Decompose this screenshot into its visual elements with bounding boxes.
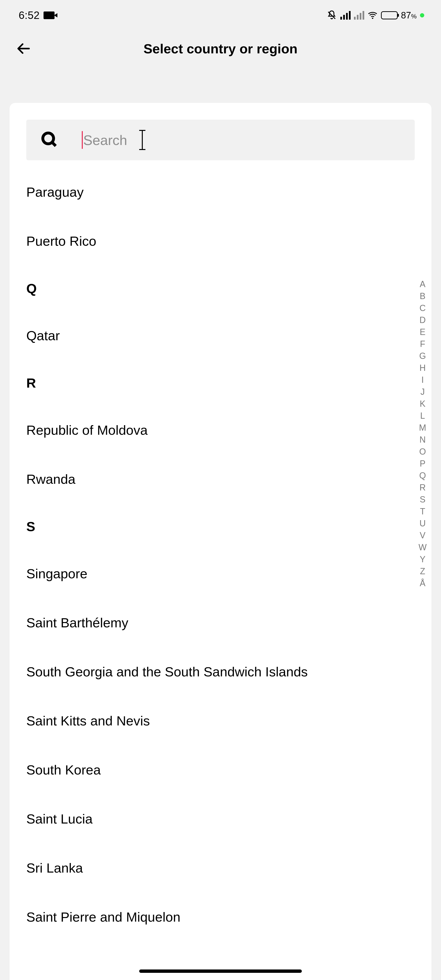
country-item[interactable]: Qatar (26, 311, 403, 360)
bell-mute-icon (327, 10, 337, 21)
search-input[interactable]: Search (26, 119, 415, 160)
battery-percentage: 87% (401, 10, 417, 21)
signal-strength-1-icon (340, 11, 351, 20)
index-letter[interactable]: A (420, 280, 425, 288)
section-header: R (26, 360, 403, 406)
country-item[interactable]: Sri Lanka (26, 843, 403, 892)
status-bar: 6:52 87% (0, 0, 441, 30)
index-letter[interactable]: Z (420, 567, 425, 576)
country-item[interactable]: Puerto Rico (26, 216, 403, 266)
country-item[interactable]: Saint Lucia (26, 794, 403, 843)
content-card: Search ParaguayPuerto RicoQQatarRRepubli… (10, 103, 431, 980)
index-letter[interactable]: H (419, 364, 426, 372)
home-indicator[interactable] (139, 969, 302, 973)
signal-strength-2-icon (354, 11, 364, 20)
battery-icon (381, 11, 398, 19)
index-letter[interactable]: U (419, 519, 426, 528)
index-letter[interactable]: B (420, 292, 425, 301)
country-item[interactable]: Saint Kitts and Nevis (26, 696, 403, 745)
index-letter[interactable]: R (419, 483, 426, 492)
video-record-icon (43, 11, 54, 19)
index-letter[interactable]: F (420, 340, 425, 348)
index-letter[interactable]: G (419, 352, 426, 360)
index-letter[interactable]: W (419, 543, 427, 552)
status-time: 6:52 (19, 10, 40, 21)
index-letter[interactable]: C (419, 304, 426, 312)
country-item[interactable]: South Georgia and the South Sandwich Isl… (26, 647, 403, 696)
index-letter[interactable]: O (419, 447, 426, 456)
index-letter[interactable]: Q (419, 471, 426, 480)
index-letter[interactable]: D (419, 316, 426, 325)
country-item[interactable]: South Korea (26, 745, 403, 794)
arrow-left-icon (16, 41, 32, 56)
svg-point-1 (372, 18, 373, 19)
status-right: 87% (327, 10, 424, 21)
search-placeholder: Search (83, 132, 127, 148)
index-letter[interactable]: Y (420, 555, 425, 564)
index-letter[interactable]: P (420, 460, 425, 468)
country-item[interactable]: Paraguay (26, 167, 403, 216)
country-item[interactable]: Singapore (26, 549, 403, 598)
wifi-icon (368, 10, 378, 20)
index-letter[interactable]: J (420, 388, 425, 396)
country-list[interactable]: ParaguayPuerto RicoQQatarRRepublic of Mo… (10, 167, 431, 942)
back-button[interactable] (14, 39, 33, 58)
index-letter[interactable]: I (421, 375, 424, 384)
country-item[interactable]: Republic of Moldova (26, 406, 403, 455)
country-item[interactable]: Saint Barthélemy (26, 598, 403, 647)
i-beam-cursor-icon (141, 130, 143, 150)
index-letter[interactable]: Å (420, 579, 425, 588)
index-letter[interactable]: V (420, 531, 425, 540)
index-letter[interactable]: L (420, 412, 425, 420)
app-header: Select country or region (0, 30, 441, 67)
page-title: Select country or region (0, 41, 441, 56)
svg-point-2 (43, 133, 54, 144)
section-header: S (26, 504, 403, 549)
section-header: Q (26, 266, 403, 311)
svg-line-3 (52, 142, 56, 146)
index-letter[interactable]: T (420, 507, 425, 516)
index-letter[interactable]: N (419, 436, 426, 444)
country-item[interactable]: Saint Pierre and Miquelon (26, 892, 403, 942)
search-icon (41, 131, 58, 149)
index-letter[interactable]: S (420, 495, 425, 504)
index-letter[interactable]: K (420, 399, 425, 408)
country-item[interactable]: Rwanda (26, 455, 403, 504)
text-caret-icon (82, 131, 83, 149)
index-letter[interactable]: M (419, 423, 426, 432)
index-letter[interactable]: E (420, 328, 425, 336)
search-input-content[interactable]: Search (82, 130, 400, 150)
alphabet-index[interactable]: ABCDEFGHIJKLMNOPQRSTUVWYZÅ (419, 280, 427, 588)
privacy-indicator-dot-icon (420, 13, 424, 18)
status-left: 6:52 (19, 10, 54, 21)
